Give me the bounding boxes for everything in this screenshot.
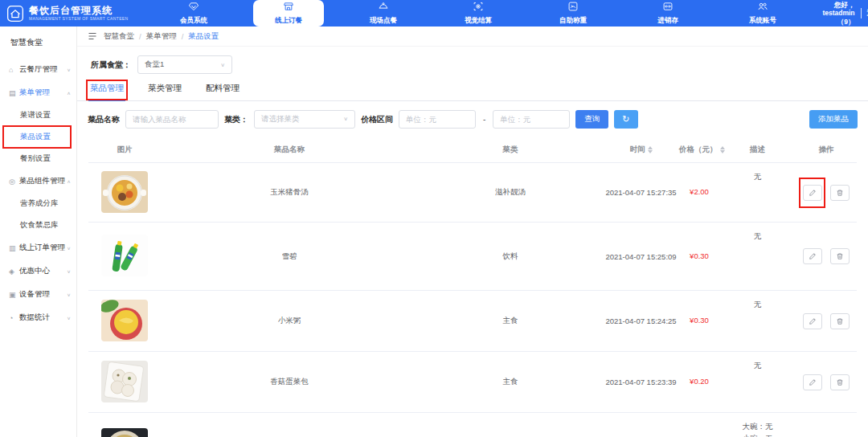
delete-button[interactable] (830, 374, 850, 390)
stats-icon: ◔ (9, 314, 19, 322)
delete-button[interactable] (830, 313, 850, 329)
nav-self-weighing[interactable]: 自助称重 (538, 0, 608, 27)
sidebar-item-discount-center[interactable]: ◈ 优惠中心 ∨ (0, 259, 76, 283)
membership-icon (188, 1, 199, 15)
edit-button[interactable] (803, 374, 822, 390)
dish-desc: 无 (719, 163, 796, 223)
col-category: 菜类 (418, 138, 603, 163)
dish-price: ¥0.30 (679, 291, 719, 352)
sidebar-item-dish-components[interactable]: ◎ 菜品组件管理 ∧ (0, 169, 76, 193)
breadcrumb: 智慧食堂 / 菜单管理 / 菜品设置 (104, 31, 219, 42)
nav-vision-checkout[interactable]: 视觉结算 (443, 0, 514, 27)
tab-dish-mgmt[interactable]: 菜品管理 (88, 81, 125, 101)
device-icon: ▣ (9, 291, 19, 299)
user-greeting: 您好，testadmin （9） (822, 1, 855, 27)
dish-price: ¥0.30 (679, 223, 719, 291)
dish-desc: 无 (719, 352, 796, 413)
sidebar-item-mealtype-settings[interactable]: 餐别设置 (0, 148, 76, 169)
nav-inventory[interactable]: 进销存 (633, 0, 703, 27)
sort-time-icon[interactable] (648, 146, 653, 153)
breadcrumb-bar: 智慧食堂 / 菜单管理 / 菜品设置 (77, 27, 868, 47)
menu-mgmt-icon: ▤ (9, 89, 19, 97)
sidebar-item-online-orders[interactable]: ▥ 线上订单管理 ∨ (0, 236, 76, 259)
sidebar-item-dish-settings[interactable]: 菜品设置 (0, 126, 76, 148)
dish-image-corn-pork-bone-soup[interactable] (101, 171, 148, 213)
edit-button[interactable] (803, 313, 822, 329)
dish-category: 主食 (418, 291, 603, 352)
sidebar-item-cloud-canteen[interactable]: ⌂ 云餐厅管理 ∨ (0, 58, 76, 81)
dish-name-input[interactable] (125, 110, 219, 129)
onsite-ordering-icon (378, 1, 389, 15)
dish-price: ¥1.20¥1.00 (679, 413, 719, 437)
dish-category: 主食 (418, 352, 603, 413)
collapse-menu-icon[interactable] (88, 31, 97, 41)
dish-table: 图片 菜品名称 菜类 时间 价格（元） 描述 操作 (88, 138, 857, 437)
main-content: 智慧食堂 / 菜单管理 / 菜品设置 所属食堂： 食堂1 ∨ 菜品管理 菜类管理… (77, 27, 868, 437)
edit-button[interactable] (803, 185, 822, 201)
vision-checkout-icon (473, 1, 484, 15)
range-separator: - (481, 115, 487, 124)
delete-button[interactable] (830, 248, 850, 264)
breadcrumb-link[interactable]: 智慧食堂 (104, 31, 134, 42)
chevron-down-icon: ∨ (67, 67, 71, 71)
dish-price: ¥0.20 (679, 352, 719, 413)
user-area: 您好，testadmin （9） 退出登录 (822, 1, 868, 27)
dish-image-millet-porridge[interactable] (101, 300, 148, 341)
refresh-button[interactable]: ↻ (614, 110, 637, 129)
dish-name-label: 菜品名称 (88, 114, 120, 125)
app-window: 餐饮后台管理系统 MANAGEMENT SYSTEM OF SMART CANT… (0, 0, 868, 437)
dish-price: ¥2.00 (679, 163, 719, 223)
sidebar-item-diet-taboo-library[interactable]: 饮食禁忌库 (0, 214, 76, 236)
chevron-down-icon: ∨ (67, 268, 71, 273)
canteen-select[interactable]: 食堂1 ∨ (137, 55, 232, 74)
dish-category: 饮料 (418, 223, 603, 291)
price-range-label: 价格区间 (361, 114, 393, 125)
nav-membership[interactable]: 会员系统 (158, 0, 229, 27)
tab-category-mgmt[interactable]: 菜类管理 (146, 81, 183, 100)
sidebar-item-recipe-settings[interactable]: 菜谱设置 (0, 104, 76, 126)
nav-system-accounts[interactable]: 系统账号 (727, 0, 798, 27)
dish-time: 2021-04-07 15:27:35 (603, 163, 679, 223)
canteen-logo-icon (6, 5, 24, 22)
refresh-icon: ↻ (622, 114, 629, 124)
components-icon: ◎ (9, 178, 19, 186)
sidebar-title: 智慧食堂 (0, 27, 76, 58)
dish-time: 2021-04-07 15:21:58 (603, 413, 679, 437)
chevron-down-icon: ∨ (67, 245, 71, 250)
col-description: 描述 (719, 138, 796, 163)
add-dish-button[interactable]: 添加菜品 (809, 110, 858, 129)
dish-desc: 大碗：无小碗：无 (719, 413, 796, 437)
dish-time: 2021-04-07 15:23:39 (603, 352, 679, 413)
breadcrumb-link[interactable]: 菜单管理 (146, 31, 177, 42)
nav-onsite-ordering[interactable]: 现场点餐 (348, 0, 419, 27)
dish-time: 2021-04-07 15:24:25 (603, 291, 679, 352)
category-select[interactable]: 请选择菜类 ∨ (254, 110, 355, 129)
sidebar-item-device-mgmt[interactable]: ▣ 设备管理 ∨ (0, 283, 76, 306)
tab-bar: 菜品管理 菜类管理 配料管理 (77, 81, 868, 101)
price-min-input[interactable] (399, 110, 476, 129)
dish-category: 滋补靓汤 (418, 413, 603, 437)
dish-image-steamed-buns[interactable] (101, 361, 148, 402)
sort-price-icon[interactable] (720, 146, 725, 153)
sidebar-item-nutrition-library[interactable]: 营养成分库 (0, 193, 76, 214)
breadcrumb-current: 菜品设置 (188, 31, 219, 42)
nav-online-ordering[interactable]: 线上订餐 (253, 0, 324, 27)
dish-image-sprite-bottles[interactable] (101, 235, 148, 276)
online-ordering-icon (283, 1, 294, 15)
tab-ingredient-mgmt[interactable]: 配料管理 (204, 81, 241, 100)
price-max-input[interactable] (493, 110, 570, 129)
edit-button[interactable] (803, 248, 822, 264)
delete-button[interactable] (830, 185, 850, 201)
orders-icon: ▥ (9, 244, 19, 252)
search-button[interactable]: 查询 (575, 110, 608, 129)
sidebar-item-data-stats[interactable]: ◔ 数据统计 ∨ (0, 306, 76, 329)
chevron-up-icon: ∧ (67, 90, 71, 95)
dish-name: 红枣乌鸡汤 (161, 413, 418, 437)
sidebar-item-menu-mgmt[interactable]: ▤ 菜单管理 ∧ (0, 81, 76, 104)
top-nav: 会员系统 线上订餐 现场点餐 (158, 0, 822, 27)
dish-image-black-chicken-soup[interactable] (101, 428, 148, 437)
dish-desc: 无 (719, 223, 796, 291)
col-actions: 操作 (796, 138, 857, 163)
app-logo: 餐饮后台管理系统 MANAGEMENT SYSTEM OF SMART CANT… (0, 5, 149, 22)
col-time: 时间 (603, 138, 679, 163)
